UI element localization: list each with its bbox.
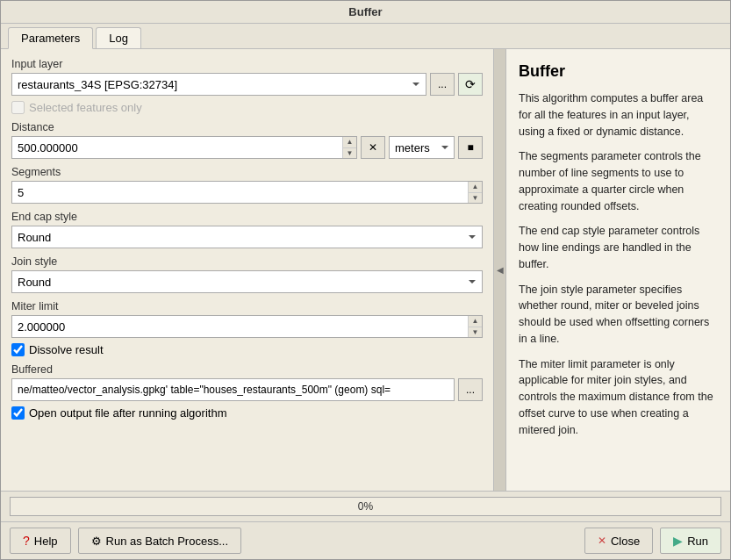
help-para3: The end cap style parameter controls how… <box>519 223 718 272</box>
join-style-combo[interactable]: Round Miter Bevel <box>11 270 483 293</box>
close-icon: ✕ <box>598 535 606 547</box>
bottom-bar: ? Help ⚙ Run as Batch Process... ✕ Close… <box>1 521 730 559</box>
run-icon: ▶ <box>673 534 683 548</box>
distance-spin-buttons: ▲ ▼ <box>342 137 356 158</box>
distance-spin-down[interactable]: ▼ <box>343 148 356 159</box>
miter-limit-input[interactable] <box>12 316 468 337</box>
dissolve-checkbox[interactable] <box>11 343 25 356</box>
distance-label: Distance <box>11 121 483 133</box>
progress-area: 0% <box>1 491 730 521</box>
open-output-label: Open output file after running algorithm <box>29 406 226 420</box>
dissolve-row: Dissolve result <box>11 343 483 356</box>
help-icon: ? <box>23 534 30 548</box>
input-layer-combo[interactable]: restaurants_34S [EPSG:32734] <box>11 73 426 96</box>
batch-icon: ⚙ <box>91 535 102 548</box>
left-panel: Input layer restaurants_34S [EPSG:32734]… <box>1 49 494 491</box>
open-output-row: Open output file after running algorithm <box>11 406 483 420</box>
help-para1: This algorithm computes a buffer area fo… <box>519 90 718 140</box>
open-output-checkbox[interactable] <box>11 406 25 420</box>
input-layer-refresh-button[interactable]: ⟳ <box>458 73 483 96</box>
join-style-row: Round Miter Bevel <box>11 270 483 293</box>
help-para5: The miter limit parameter is only applic… <box>519 356 718 439</box>
distance-row: ▲ ▼ ✕ meters feet degrees kilometers ■ <box>11 136 483 159</box>
end-cap-row: Round Flat Square <box>11 226 483 248</box>
join-style-label: Join style <box>11 255 483 268</box>
help-para2: The segments parameter controls the numb… <box>519 148 718 214</box>
end-cap-combo[interactable]: Round Flat Square <box>11 226 483 248</box>
dissolve-label: Dissolve result <box>29 343 104 356</box>
buffered-input[interactable] <box>11 378 455 401</box>
run-button[interactable]: ▶ Run <box>660 528 721 554</box>
miter-limit-spin-up[interactable]: ▲ <box>469 316 482 327</box>
title-bar: Buffer <box>1 1 730 24</box>
segments-spin-wrap: ▲ ▼ <box>11 181 483 204</box>
progress-bar: 0% <box>10 497 721 516</box>
segments-label: Segments <box>11 166 483 178</box>
close-button[interactable]: ✕ Close <box>584 528 653 554</box>
collapse-button[interactable]: ◀ <box>494 49 506 491</box>
distance-input[interactable] <box>12 137 342 158</box>
window-title: Buffer <box>348 5 382 18</box>
buffered-label: Buffered <box>11 363 483 376</box>
distance-unit-combo[interactable]: meters feet degrees kilometers <box>389 136 455 159</box>
miter-limit-spin-wrap: ▲ ▼ <box>11 315 483 338</box>
distance-spin-up[interactable]: ▲ <box>343 137 356 148</box>
input-layer-browse-button[interactable]: ... <box>430 73 455 96</box>
selected-features-label: Selected features only <box>29 101 142 114</box>
progress-label: 0% <box>358 500 373 513</box>
segments-input[interactable] <box>12 182 468 203</box>
tab-bar: Parameters Log <box>1 24 730 49</box>
input-layer-row: restaurants_34S [EPSG:32734] ... ⟳ <box>11 73 483 96</box>
miter-limit-row: ▲ ▼ <box>11 315 483 338</box>
miter-limit-spin-down[interactable]: ▼ <box>469 327 482 338</box>
batch-process-button[interactable]: ⚙ Run as Batch Process... <box>78 528 241 554</box>
content-area: Input layer restaurants_34S [EPSG:32734]… <box>1 49 730 491</box>
help-button[interactable]: ? Help <box>10 528 71 554</box>
segments-spin-up[interactable]: ▲ <box>469 182 482 193</box>
tab-parameters[interactable]: Parameters <box>8 27 93 49</box>
right-panel: Buffer This algorithm computes a buffer … <box>506 49 730 491</box>
tab-log[interactable]: Log <box>96 27 141 48</box>
end-cap-label: End cap style <box>11 211 483 223</box>
segments-row: ▲ ▼ <box>11 181 483 204</box>
miter-limit-label: Miter limit <box>11 300 483 312</box>
input-layer-label: Input layer <box>11 58 483 70</box>
distance-clear-button[interactable]: ✕ <box>361 136 385 159</box>
buffered-row: ... <box>11 378 483 401</box>
segments-spin-down[interactable]: ▼ <box>469 193 482 204</box>
help-para4: The join style parameter specifies wheth… <box>519 282 718 348</box>
miter-limit-spin-buttons: ▲ ▼ <box>468 316 482 337</box>
buffered-browse-button[interactable]: ... <box>458 378 483 401</box>
segments-spin-buttons: ▲ ▼ <box>468 182 482 203</box>
distance-spin-wrap: ▲ ▼ <box>11 136 357 159</box>
help-title: Buffer <box>519 60 718 83</box>
selected-features-checkbox[interactable] <box>11 101 25 114</box>
main-window: Buffer Parameters Log Input layer restau… <box>0 0 731 560</box>
distance-expression-button[interactable]: ■ <box>458 136 483 159</box>
selected-features-row: Selected features only <box>11 101 483 114</box>
